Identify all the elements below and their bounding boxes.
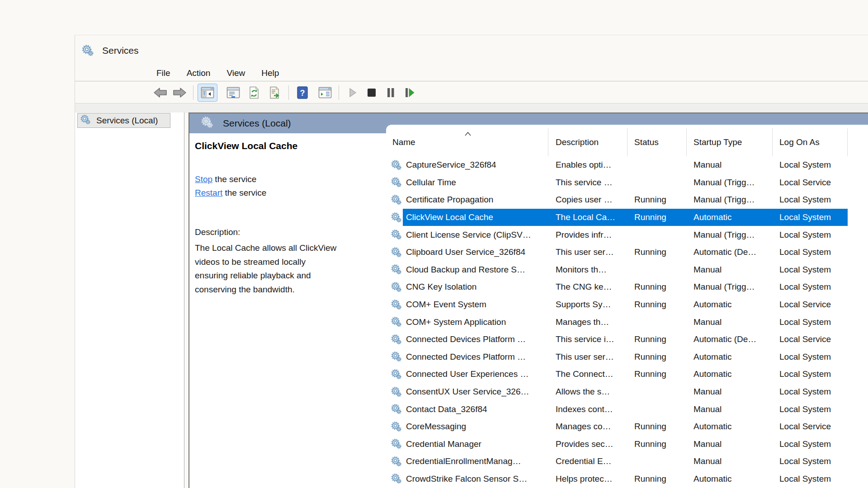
- help-icon[interactable]: ?: [293, 84, 312, 101]
- service-row[interactable]: CNG Key Isolation The CNG ke… Running Ma…: [386, 278, 868, 296]
- column-header-log-on-as[interactable]: Log On As: [773, 128, 848, 156]
- service-status-cell: Running: [627, 296, 687, 314]
- service-status-cell: [627, 261, 687, 279]
- service-description-cell: This user ser…: [548, 348, 627, 366]
- service-startup-type-cell: Manual (Trigg…: [687, 174, 773, 192]
- service-name-cell[interactable]: Contact Data_326f84: [403, 400, 548, 418]
- start-service-icon[interactable]: [343, 84, 362, 101]
- service-row[interactable]: CaptureService_326f84 Enables opti… Manu…: [386, 156, 868, 174]
- service-status-cell: [627, 453, 687, 470]
- column-header-description[interactable]: Description: [548, 128, 627, 156]
- show-action-pane-icon[interactable]: [316, 84, 335, 101]
- console-content: Services (Local) Services (Local) ClickV…: [75, 113, 868, 488]
- service-row[interactable]: ClickView Local Cache The Local Ca… Runn…: [386, 209, 868, 226]
- service-row[interactable]: CoreMessaging Manages co… Running Automa…: [386, 418, 868, 436]
- service-description-cell: Credential E…: [548, 453, 627, 470]
- service-name-cell[interactable]: ConsentUX User Service_326…: [403, 383, 548, 401]
- column-header-status[interactable]: Status: [627, 128, 687, 156]
- service-gear-glyph: [391, 404, 402, 415]
- service-row[interactable]: Contact Data_326f84 Indexes cont… Manual…: [386, 400, 868, 418]
- service-name-cell[interactable]: Connected User Experiences …: [403, 366, 548, 383]
- service-name-cell[interactable]: CNG Key Isolation: [403, 278, 548, 296]
- service-row[interactable]: CrowdStrike Falcon Sensor S… Helps prote…: [386, 470, 868, 488]
- service-description-cell: Supports Sy…: [548, 296, 627, 314]
- stop-service-icon[interactable]: [362, 84, 381, 101]
- service-gear-icon: [386, 418, 403, 436]
- service-gear-icon: [386, 436, 403, 453]
- service-status-cell: Running: [627, 209, 687, 226]
- service-name-cell[interactable]: ClickView Local Cache: [403, 209, 548, 226]
- service-name-cell[interactable]: Cellular Time: [403, 174, 548, 192]
- service-row[interactable]: Cellular Time This service … Manual (Tri…: [386, 174, 868, 192]
- service-gear-glyph: [391, 229, 402, 240]
- service-startup-type-cell: Manual: [687, 156, 773, 174]
- service-row[interactable]: Connected Devices Platform … This user s…: [386, 348, 868, 366]
- service-name-cell[interactable]: Clipboard User Service_326f84: [403, 244, 548, 261]
- service-name-cell[interactable]: CrowdStrike Falcon Sensor S…: [403, 470, 548, 488]
- refresh-icon[interactable]: [245, 84, 264, 101]
- service-description-cell: Helps protec…: [548, 470, 627, 488]
- menu-bar: File Action View Help: [75, 66, 868, 81]
- service-name-cell[interactable]: Connected Devices Platform …: [403, 331, 548, 348]
- menu-item-action[interactable]: Action: [179, 66, 219, 80]
- service-gear-glyph: [391, 473, 402, 484]
- export-list-icon[interactable]: [265, 84, 284, 101]
- stop-service-link[interactable]: Stop: [195, 174, 212, 184]
- menu-item-file[interactable]: File: [148, 66, 179, 80]
- service-row[interactable]: Cloud Backup and Restore S… Monitors th……: [386, 261, 868, 279]
- services-app-icon: [81, 44, 94, 57]
- back-icon[interactable]: [151, 84, 170, 101]
- service-row[interactable]: Credential Manager Provides sec… Running…: [386, 436, 868, 453]
- service-row[interactable]: COM+ System Application Manages th… Manu…: [386, 313, 868, 331]
- stop-service-line-rest: the service: [212, 174, 256, 184]
- service-row[interactable]: Certificate Propagation Copies user … Ru…: [386, 191, 868, 209]
- service-name-cell[interactable]: Connected Devices Platform …: [403, 348, 548, 366]
- service-name-cell[interactable]: Client License Service (ClipSV…: [403, 226, 548, 244]
- service-logon-cell: Local System: [773, 191, 848, 209]
- service-startup-type-cell: Manual: [687, 453, 773, 470]
- properties-icon[interactable]: [224, 84, 243, 101]
- restart-service-link[interactable]: Restart: [195, 188, 222, 197]
- title-bar[interactable]: Services: [75, 35, 868, 66]
- service-gear-glyph: [391, 351, 402, 362]
- service-name-cell[interactable]: CaptureService_326f84: [403, 156, 548, 174]
- service-gear-icon: [386, 156, 403, 174]
- service-name-cell[interactable]: COM+ Event System: [403, 296, 548, 314]
- restart-service-icon[interactable]: [400, 84, 419, 101]
- forward-icon[interactable]: [170, 84, 189, 101]
- service-name-cell[interactable]: CoreMessaging: [403, 418, 548, 436]
- service-row[interactable]: Client License Service (ClipSV… Provides…: [386, 226, 868, 244]
- service-name-cell[interactable]: Certificate Propagation: [403, 191, 548, 209]
- service-status-cell: [627, 400, 687, 418]
- service-name-cell[interactable]: COM+ System Application: [403, 313, 548, 331]
- service-startup-type-cell: Automatic: [687, 470, 773, 488]
- service-description-cell: Manages co…: [548, 418, 627, 436]
- service-row[interactable]: Connected User Experiences … The Connect…: [386, 366, 868, 383]
- column-header-startup-type[interactable]: Startup Type: [687, 128, 773, 156]
- service-name-cell[interactable]: Credential Manager: [403, 436, 548, 453]
- service-status-cell: Running: [627, 191, 687, 209]
- tree-item-services-local[interactable]: Services (Local): [77, 113, 170, 128]
- service-name-cell[interactable]: CredentialEnrollmentManag…: [403, 453, 548, 470]
- service-gear-icon: [386, 209, 403, 226]
- service-description-cell: This service i…: [548, 331, 627, 348]
- service-row[interactable]: ConsentUX User Service_326… Allows the s…: [386, 383, 868, 401]
- pause-service-icon[interactable]: [381, 84, 400, 101]
- sort-ascending-icon: [464, 130, 472, 136]
- extended-detail-pane: ClickView Local Cache Stop the service R…: [195, 133, 385, 488]
- service-gear-icon: [386, 383, 403, 401]
- service-status-cell: [627, 226, 687, 244]
- service-row[interactable]: CredentialEnrollmentManag… Credential E……: [386, 453, 868, 470]
- service-description: The Local Cache allows all ClickViewvide…: [195, 241, 385, 296]
- service-description-cell: This user ser…: [548, 244, 627, 261]
- service-gear-glyph: [391, 421, 402, 432]
- service-row[interactable]: Clipboard User Service_326f84 This user …: [386, 244, 868, 261]
- menu-item-view[interactable]: View: [218, 66, 253, 80]
- menu-item-help[interactable]: Help: [253, 66, 287, 80]
- service-startup-type-cell: Automatic: [687, 366, 773, 383]
- service-name-cell[interactable]: Cloud Backup and Restore S…: [403, 261, 548, 279]
- service-row[interactable]: Connected Devices Platform … This servic…: [386, 331, 868, 348]
- show-console-tree-icon[interactable]: [198, 84, 217, 102]
- service-row[interactable]: COM+ Event System Supports Sy… Running A…: [386, 296, 868, 314]
- service-status-cell: Running: [627, 331, 687, 348]
